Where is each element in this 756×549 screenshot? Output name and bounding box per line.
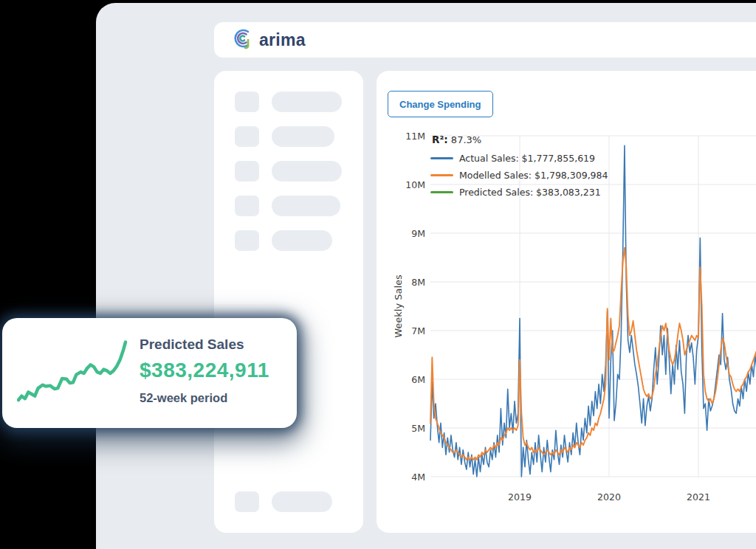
svg-text:2019: 2019 bbox=[508, 491, 532, 503]
skeleton-label bbox=[272, 230, 332, 251]
skeleton-icon bbox=[235, 92, 259, 112]
legend-label: Actual Sales: $1,777,855,619 bbox=[459, 153, 595, 164]
r-squared-label: R²: bbox=[432, 134, 448, 145]
card-title: Predicted Sales bbox=[140, 336, 244, 353]
svg-text:10M: 10M bbox=[405, 179, 425, 190]
skeleton-icon bbox=[235, 161, 259, 182]
sidebar bbox=[214, 71, 363, 533]
weekly-sales-chart: 4M5M6M7M8M9M10M11M2019202020212022Weekly… bbox=[377, 71, 756, 533]
skeleton-icon bbox=[235, 196, 259, 216]
svg-text:Weekly Sales: Weekly Sales bbox=[393, 274, 404, 338]
predicted-sales-card: Predicted Sales $383,224,911 52-week per… bbox=[2, 318, 297, 428]
chart-legend: R²: 87.3% Actual Sales: $1,777,855,619Mo… bbox=[430, 134, 608, 201]
logo[interactable]: arima bbox=[232, 27, 306, 52]
svg-text:6M: 6M bbox=[411, 374, 425, 385]
legend-entry: Predicted Sales: $383,083,231 bbox=[430, 184, 608, 201]
skeleton-label bbox=[272, 161, 342, 182]
svg-text:8M: 8M bbox=[411, 277, 425, 288]
r-squared-stat: R²: 87.3% bbox=[430, 134, 608, 145]
skeleton-label bbox=[272, 92, 342, 112]
legend-label: Predicted Sales: $383,083,231 bbox=[459, 187, 601, 198]
skeleton-label bbox=[272, 196, 340, 216]
skeleton-icon bbox=[235, 491, 259, 512]
svg-text:7M: 7M bbox=[411, 325, 425, 336]
legend-line-swatch bbox=[430, 191, 453, 193]
sidebar-skeleton-item bbox=[214, 92, 363, 112]
svg-text:4M: 4M bbox=[411, 472, 425, 483]
sidebar-skeleton-item bbox=[214, 161, 363, 182]
app-header: arima bbox=[214, 22, 756, 58]
legend-label: Modelled Sales: $1,798,309,984 bbox=[459, 170, 608, 181]
skeleton-icon bbox=[235, 230, 259, 251]
svg-text:2021: 2021 bbox=[687, 491, 710, 503]
app-window: arima Change Spending 4M5M6M7M8M9M10M11M… bbox=[96, 3, 756, 549]
skeleton-label bbox=[272, 126, 334, 147]
svg-text:5M: 5M bbox=[411, 423, 425, 434]
sidebar-skeleton-item bbox=[214, 196, 363, 216]
sidebar-skeleton-item bbox=[214, 491, 363, 512]
arima-logo-icon bbox=[232, 27, 252, 52]
skeleton-icon bbox=[235, 126, 259, 147]
sparkline-chart bbox=[17, 337, 128, 409]
legend-entry: Actual Sales: $1,777,855,619 bbox=[430, 150, 608, 167]
card-subtitle: 52-week period bbox=[140, 391, 227, 405]
legend-line-swatch bbox=[430, 174, 453, 176]
legend-entry: Modelled Sales: $1,798,309,984 bbox=[430, 167, 608, 184]
svg-text:9M: 9M bbox=[411, 228, 425, 239]
sidebar-skeleton-item bbox=[214, 230, 363, 251]
card-value: $383,224,911 bbox=[140, 359, 269, 382]
svg-text:11M: 11M bbox=[405, 131, 425, 142]
sidebar-skeleton-item bbox=[214, 126, 363, 147]
svg-text:2020: 2020 bbox=[597, 491, 621, 503]
main-panel: Change Spending 4M5M6M7M8M9M10M11M201920… bbox=[377, 71, 756, 533]
legend-line-swatch bbox=[430, 157, 453, 159]
skeleton-label bbox=[272, 491, 332, 512]
logo-text: arima bbox=[259, 30, 306, 50]
